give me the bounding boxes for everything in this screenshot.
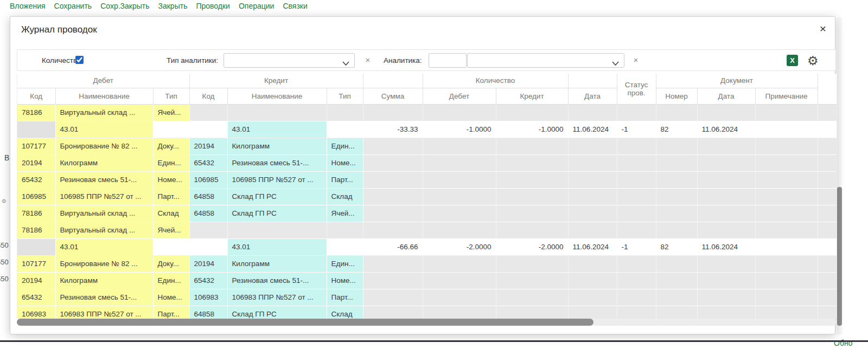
cell-debit-code[interactable] (17, 121, 55, 138)
cell-debit-code[interactable] (17, 238, 55, 255)
cell-debit-type[interactable]: Парт... (153, 188, 189, 205)
cell-qty-credit[interactable] (496, 171, 568, 188)
cell-date[interactable] (568, 205, 617, 222)
cell-credit-name[interactable]: Килограмм (227, 255, 327, 272)
cell-debit-code[interactable]: 106983 (17, 306, 55, 319)
cell-credit-code[interactable]: 20194 (189, 255, 227, 272)
cell-date[interactable] (568, 222, 617, 238)
cell-note[interactable] (755, 104, 818, 121)
cell-sum[interactable] (363, 205, 423, 222)
analytics-select[interactable] (467, 53, 624, 68)
clear-analytics-icon[interactable]: × (631, 55, 640, 65)
cell-credit-name[interactable]: Резиновая смесь 51-... (227, 154, 327, 171)
cell-note[interactable] (755, 138, 818, 154)
cell-credit-code[interactable]: 65432 (189, 272, 227, 289)
cell-doc-number[interactable] (656, 138, 697, 154)
cell-doc-number[interactable] (656, 188, 697, 205)
cell-sum[interactable] (363, 222, 423, 238)
cell-doc-date[interactable] (697, 255, 755, 272)
cell-credit-type[interactable]: Един... (327, 255, 363, 272)
cell-qty-debit[interactable] (423, 289, 496, 306)
cell-debit-type[interactable]: Склад (153, 205, 189, 222)
cell-sum[interactable] (363, 188, 423, 205)
cell-credit-name[interactable]: 43.01 (227, 238, 327, 255)
column-header[interactable]: Дата (568, 88, 617, 104)
cell-debit-type[interactable]: Ячей... (153, 222, 189, 238)
cell-status[interactable] (617, 188, 656, 205)
menu-item-operations[interactable]: Операции (239, 2, 275, 10)
cell-status[interactable] (617, 222, 656, 238)
cell-credit-name[interactable]: 106983 ППР №527 от ... (227, 289, 327, 306)
cell-debit-name[interactable]: Резиновая смесь 51-... (55, 289, 153, 306)
cell-credit-name[interactable]: 43.01 (227, 121, 327, 138)
column-header[interactable]: Номер (656, 88, 697, 104)
cell-qty-debit[interactable] (423, 306, 496, 319)
cell-credit-type[interactable]: Номе... (327, 272, 363, 289)
cell-sum[interactable] (363, 104, 423, 121)
excel-export-icon[interactable]: X (787, 55, 798, 66)
cell-sum[interactable]: -66.66 (363, 238, 423, 255)
cell-credit-type[interactable] (327, 121, 363, 138)
cell-date[interactable] (568, 188, 617, 205)
cell-sum[interactable] (363, 138, 423, 154)
cell-credit-code[interactable] (189, 238, 227, 255)
cell-credit-type[interactable] (327, 238, 363, 255)
cell-debit-code[interactable]: 20194 (17, 272, 55, 289)
cell-debit-type[interactable]: Номе... (153, 171, 189, 188)
cell-doc-number[interactable] (656, 289, 697, 306)
quantity-checkbox[interactable] (75, 56, 84, 64)
cell-qty-debit[interactable]: -2.0000 (423, 238, 496, 255)
menu-item-save[interactable]: Сохранить (54, 2, 92, 10)
cell-credit-code[interactable]: 65432 (189, 154, 227, 171)
cell-doc-number[interactable] (656, 154, 697, 171)
cell-qty-debit[interactable] (423, 188, 496, 205)
column-header[interactable]: Код (189, 88, 227, 104)
cell-credit-type[interactable]: Един... (327, 138, 363, 154)
cell-doc-number[interactable] (656, 205, 697, 222)
menu-item-postings[interactable]: Проводки (196, 2, 230, 10)
cell-debit-code[interactable]: 106985 (17, 188, 55, 205)
cell-doc-date[interactable] (697, 154, 755, 171)
cell-credit-code[interactable] (189, 222, 227, 238)
cell-doc-date[interactable] (697, 188, 755, 205)
cell-qty-debit[interactable] (423, 171, 496, 188)
cell-credit-code[interactable]: 106983 (189, 289, 227, 306)
cell-doc-number[interactable] (656, 171, 697, 188)
cell-credit-name[interactable]: Склад ГП РС (227, 205, 327, 222)
cell-debit-type[interactable]: Доку... (153, 255, 189, 272)
cell-qty-credit[interactable] (496, 188, 568, 205)
cell-qty-debit[interactable] (423, 205, 496, 222)
cell-status[interactable] (617, 154, 656, 171)
cell-date[interactable] (568, 171, 617, 188)
cell-note[interactable] (755, 255, 818, 272)
settings-gear-icon[interactable]: ⚙ (807, 52, 819, 69)
cell-status[interactable]: -1 (617, 121, 656, 138)
column-header[interactable]: Сумма (363, 88, 423, 104)
cell-credit-code[interactable]: 106985 (189, 171, 227, 188)
cell-doc-number[interactable]: 82 (656, 121, 697, 138)
cell-credit-code[interactable]: 64858 (189, 188, 227, 205)
cell-qty-credit[interactable] (496, 222, 568, 238)
cell-qty-debit[interactable] (423, 154, 496, 171)
cell-sum[interactable]: -33.33 (363, 121, 423, 138)
cell-qty-debit[interactable] (423, 104, 496, 121)
cell-debit-name[interactable]: 106983 ППР №527 от ... (55, 306, 153, 319)
cell-sum[interactable] (363, 272, 423, 289)
cell-debit-name[interactable]: Виртуальный склад ... (55, 205, 153, 222)
cell-date[interactable] (568, 104, 617, 121)
column-header[interactable]: Наименование (227, 88, 327, 104)
cell-credit-name[interactable]: Склад ГП РС (227, 188, 327, 205)
cell-sum[interactable] (363, 171, 423, 188)
column-header[interactable]: Наименование (55, 88, 153, 104)
cell-debit-type[interactable]: Един... (153, 154, 189, 171)
cell-qty-credit[interactable] (496, 138, 568, 154)
cell-doc-date[interactable] (697, 104, 755, 121)
menu-item-bundles[interactable]: Связки (283, 2, 307, 10)
column-header[interactable]: Тип (327, 88, 363, 104)
cell-date[interactable]: 11.06.2024 (568, 121, 617, 138)
cell-debit-type[interactable]: Номе... (153, 289, 189, 306)
analytics-type-select[interactable] (224, 53, 355, 68)
column-header[interactable]: Дата (697, 88, 755, 104)
cell-debit-name[interactable]: Виртуальный склад ... (55, 104, 153, 121)
cell-doc-number[interactable]: 82 (656, 238, 697, 255)
